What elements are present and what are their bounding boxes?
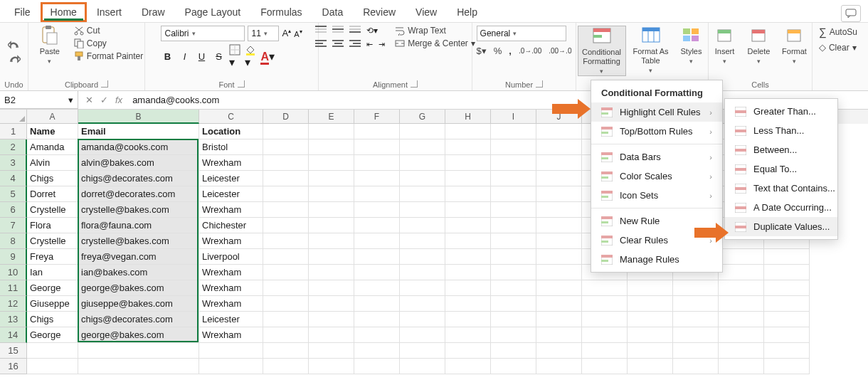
cell[interactable]	[309, 124, 354, 139]
cell[interactable]: Liverpool	[199, 249, 263, 265]
cell[interactable]	[263, 359, 309, 374]
cell[interactable]	[764, 265, 810, 280]
cell[interactable]	[764, 343, 810, 359]
fill-color-button[interactable]: ▾	[245, 44, 256, 69]
cell[interactable]: Wrexham	[199, 155, 263, 171]
cell[interactable]	[354, 155, 400, 171]
tab-home[interactable]: Home	[41, 2, 87, 22]
cell[interactable]: amanda@cooks.com	[78, 139, 199, 155]
cell[interactable]	[309, 296, 354, 312]
cell[interactable]	[354, 124, 400, 139]
col-header-B[interactable]: B	[78, 110, 199, 124]
cell[interactable]	[582, 280, 628, 296]
insert-cells-button[interactable]: Insert▾	[710, 26, 740, 65]
cell[interactable]	[445, 327, 491, 343]
tab-review[interactable]: Review	[353, 2, 406, 22]
cell[interactable]	[263, 233, 309, 249]
cell[interactable]: flora@fauna.com	[78, 218, 199, 233]
cell[interactable]	[263, 202, 309, 218]
cell[interactable]	[536, 312, 582, 327]
cell[interactable]	[582, 343, 628, 359]
cell[interactable]	[628, 312, 673, 327]
format-painter-button[interactable]: Format Painter	[74, 51, 143, 61]
cell[interactable]	[582, 312, 628, 327]
col-header-F[interactable]: F	[354, 110, 400, 124]
merge-center-button[interactable]: Merge & Center▾	[395, 38, 475, 48]
bold-button[interactable]: B	[161, 51, 174, 62]
cell[interactable]	[309, 327, 354, 343]
cell[interactable]	[27, 343, 78, 359]
cell[interactable]	[309, 139, 354, 155]
cell[interactable]	[536, 280, 582, 296]
row-header[interactable]: 15	[0, 343, 27, 359]
cell[interactable]	[491, 280, 536, 296]
row-header[interactable]: 1	[0, 124, 27, 139]
cell[interactable]	[354, 296, 400, 312]
cell[interactable]: ian@bakes.com	[78, 265, 199, 280]
cell[interactable]	[445, 296, 491, 312]
cell[interactable]	[400, 124, 445, 139]
tab-file[interactable]: File	[4, 2, 41, 22]
font-size-combo[interactable]: 11▾	[248, 26, 279, 41]
cell[interactable]	[400, 327, 445, 343]
cell[interactable]	[536, 155, 582, 171]
cell[interactable]	[263, 155, 309, 171]
row-header[interactable]: 11	[0, 280, 27, 296]
cell[interactable]	[673, 312, 719, 327]
cell[interactable]: Ian	[27, 265, 78, 280]
row-header[interactable]: 4	[0, 171, 27, 186]
cell[interactable]	[764, 249, 810, 265]
cell[interactable]	[78, 359, 199, 374]
cell[interactable]: George	[27, 327, 78, 343]
cell[interactable]	[400, 312, 445, 327]
cell[interactable]	[199, 343, 263, 359]
orientation-button[interactable]: ⟲▾	[366, 26, 378, 36]
tab-view[interactable]: View	[406, 2, 447, 22]
cell[interactable]	[628, 359, 673, 374]
cell[interactable]	[491, 265, 536, 280]
cell[interactable]: Chigs	[27, 171, 78, 186]
conditional-formatting-button[interactable]: Conditional Formatting▾	[578, 26, 626, 76]
dialog-launcher-icon[interactable]	[411, 80, 418, 88]
autosum-button[interactable]: ∑AutoSu	[819, 26, 857, 38]
cell[interactable]	[400, 249, 445, 265]
cell[interactable]	[354, 327, 400, 343]
cell[interactable]	[263, 327, 309, 343]
number-format-combo[interactable]: General▾	[477, 26, 566, 41]
cell[interactable]	[491, 155, 536, 171]
dialog-launcher-icon[interactable]	[536, 80, 543, 88]
font-color-button[interactable]: A▾	[260, 50, 275, 63]
dialog-launcher-icon[interactable]	[101, 80, 108, 88]
cell[interactable]	[309, 343, 354, 359]
tab-page-layout[interactable]: Page Layout	[175, 2, 251, 22]
select-all-triangle[interactable]	[0, 110, 27, 124]
cell[interactable]: chigs@decorates.com	[78, 312, 199, 327]
cell[interactable]	[491, 202, 536, 218]
menu-item-icon-sets[interactable]: Icon Sets›	[591, 186, 722, 205]
menu-item-a-date-occurring...[interactable]: A Date Occurring...	[725, 198, 837, 217]
borders-button[interactable]: ▾	[229, 44, 240, 69]
cell[interactable]	[263, 139, 309, 155]
clear-button[interactable]: ◇Clear▾	[819, 42, 857, 53]
cell[interactable]	[764, 312, 810, 327]
col-header-C[interactable]: C	[199, 110, 263, 124]
cell[interactable]	[628, 343, 673, 359]
row-header[interactable]: 9	[0, 249, 27, 265]
cell[interactable]	[309, 171, 354, 186]
cell[interactable]	[445, 171, 491, 186]
align-right-button[interactable]	[349, 40, 361, 48]
cell[interactable]	[719, 249, 764, 265]
cell[interactable]	[263, 312, 309, 327]
cell[interactable]	[491, 296, 536, 312]
cell[interactable]	[719, 280, 764, 296]
cell[interactable]	[764, 280, 810, 296]
increase-font-icon[interactable]: A▴	[282, 28, 291, 38]
cell[interactable]	[27, 359, 78, 374]
cell[interactable]	[536, 171, 582, 186]
redo-icon[interactable]	[8, 55, 21, 65]
cell[interactable]	[263, 249, 309, 265]
cell[interactable]: Wrexham	[199, 296, 263, 312]
comma-button[interactable]: ,	[509, 46, 512, 56]
cell[interactable]	[628, 296, 673, 312]
enter-formula-icon[interactable]: ✓	[100, 95, 108, 105]
